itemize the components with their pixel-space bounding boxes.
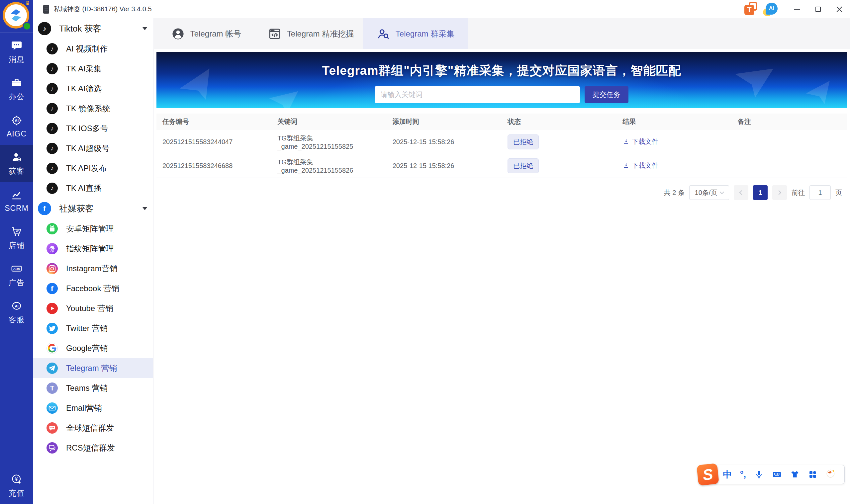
rail-label: 客服 [8, 315, 24, 325]
ai-assistant-tray-icon[interactable]: Ai [763, 3, 778, 16]
rail-item-office[interactable]: 办公 [0, 71, 33, 108]
sidebar-item-teams[interactable]: T Teams 营销 [33, 378, 153, 398]
ime-chinese-mode-icon[interactable]: 中 [723, 468, 732, 481]
sidebar-item-tk-live[interactable]: ♪ TK AI直播 [33, 178, 153, 198]
rail-item-acquisition[interactable]: 获客 [0, 145, 33, 182]
maximize-button[interactable] [808, 0, 829, 18]
line-chart-icon [11, 189, 22, 201]
close-icon [836, 6, 843, 12]
goto-label: 前往 [792, 188, 805, 197]
sidebar-item-tk-mirror[interactable]: ♪ TK 镜像系统 [33, 98, 153, 119]
current-page-button[interactable]: 1 [753, 185, 768, 200]
page-size-select[interactable]: 10条/页 [689, 185, 729, 200]
rail-item-shop[interactable]: 店铺 [0, 219, 33, 257]
download-icon [622, 138, 630, 145]
yuan-recharge-icon: ¥ [11, 473, 22, 485]
minimize-button[interactable] [786, 0, 808, 18]
tab-telegram-mining[interactable]: Telegram 精准挖掘 [259, 18, 363, 49]
rail-item-ads[interactable]: ADS 广告 [0, 257, 33, 294]
sidebar-item-google[interactable]: Google营销 [33, 338, 153, 358]
cell-keyword: TG群组采集_game_20251215155826 [271, 158, 386, 174]
telegram-icon [47, 363, 58, 374]
sidebar-group-social[interactable]: f 社媒获客 [33, 198, 153, 219]
goto-page-input[interactable] [810, 185, 831, 200]
svg-text:AI: AI [15, 304, 18, 308]
close-button[interactable] [829, 0, 850, 18]
rail-label: AIGC [7, 129, 26, 139]
sidebar-item-email[interactable]: Email营销 [33, 398, 153, 418]
app-logo[interactable]: ♛ [3, 2, 31, 30]
cell-task-id: 2025121515583244047 [157, 138, 271, 146]
table-row: 2025121515583246688 TG群组采集_game_20251215… [157, 154, 847, 178]
ads-icon: ADS [11, 263, 22, 274]
ime-punctuation-icon[interactable]: °, [740, 469, 746, 480]
tiktok-icon: ♪ [47, 63, 58, 74]
tab-telegram-group-collect[interactable]: Telegram 群采集 [363, 18, 468, 49]
sidebar-item-tk-api[interactable]: ♪ TK API发布 [33, 158, 153, 178]
task-table: 任务编号 关键词 添加时间 状态 结果 备注 20251215155832440… [157, 113, 847, 178]
cell-added-time: 2025-12-15 15:58:26 [387, 162, 501, 170]
tiktok-icon: ♪ [47, 123, 58, 134]
avatar-icon [171, 27, 185, 41]
app-window-icon [43, 5, 49, 14]
main-content: Telegram 帐号 Telegram 精准挖掘 Telegram 群采集 [154, 18, 850, 504]
person-globe-icon [11, 151, 22, 163]
google-icon [47, 343, 58, 354]
skin-shirt-icon[interactable] [790, 469, 800, 480]
sidebar-item-tk-super[interactable]: ♪ TK AI超级号 [33, 139, 153, 158]
submit-task-button[interactable]: 提交任务 [585, 86, 628, 103]
keyword-input[interactable] [375, 86, 580, 103]
tiktok-icon: ♪ [38, 22, 51, 35]
chat-icon [11, 39, 22, 52]
pagination: 共 2 条 10条/页 1 前往 页 [154, 185, 842, 200]
col-header-added-time: 添加时间 [387, 117, 501, 126]
rail-item-scrm[interactable]: SCRM [0, 182, 33, 219]
tiktok-icon: ♪ [47, 183, 58, 194]
sidebar-item-rcs-sms[interactable]: RCS短信群发 [33, 438, 153, 458]
rail-label: 店铺 [8, 240, 24, 251]
sidebar-item-tk-ios[interactable]: ♪ TK IOS多号 [33, 119, 153, 139]
download-file-link[interactable]: 下载文件 [622, 161, 658, 170]
sidebar: ♪ Tiktok 获客 ♪ AI 视频制作 ♪ TK AI采集 ♪ TK AI筛… [33, 18, 154, 504]
sidebar-item-twitter[interactable]: Twitter 营销 [33, 319, 153, 338]
sidebar-group-tiktok[interactable]: ♪ Tiktok 获客 [33, 18, 153, 39]
rail-label: SCRM [5, 204, 29, 213]
tab-telegram-account[interactable]: Telegram 帐号 [154, 18, 259, 49]
fingerprint-icon [47, 243, 58, 254]
sidebar-item-tk-filter[interactable]: ♪ TK AI筛选 [33, 79, 153, 98]
sidebar-item-android-matrix[interactable]: 安卓矩阵管理 [33, 219, 153, 239]
chevron-down-icon [142, 27, 147, 30]
sidebar-item-tk-collect[interactable]: ♪ TK AI采集 [33, 59, 153, 79]
sidebar-item-fingerprint-matrix[interactable]: 指纹矩阵管理 [33, 239, 153, 259]
emoji-assistant-icon[interactable] [826, 468, 838, 481]
rail-item-aigc[interactable]: AI AIGC [0, 108, 33, 145]
sidebar-item-instagram[interactable]: Instagram营销 [33, 259, 153, 278]
sidebar-item-global-sms[interactable]: 全球短信群发 [33, 418, 153, 438]
rail-label: 充值 [8, 488, 24, 498]
rail-item-messages[interactable]: 消息 [0, 34, 33, 71]
ime-toolbar: S 中 °, [697, 464, 845, 485]
col-header-status: 状态 [501, 117, 617, 126]
sidebar-item-facebook[interactable]: f Facebook 营销 [33, 278, 153, 299]
sidebar-item-ai-video[interactable]: ♪ AI 视频制作 [33, 39, 153, 59]
download-file-link[interactable]: 下载文件 [622, 137, 658, 146]
android-icon [47, 223, 58, 234]
rail-item-service[interactable]: AI 客服 [0, 294, 33, 331]
chevron-right-icon [777, 190, 781, 195]
microphone-icon[interactable] [754, 469, 764, 480]
tiktok-icon: ♪ [47, 83, 58, 94]
svg-text:AI: AI [15, 119, 19, 123]
sogou-logo-icon[interactable]: S [696, 463, 719, 486]
keyboard-icon[interactable] [772, 469, 782, 480]
sidebar-item-youtube[interactable]: Youtube 营销 [33, 299, 153, 319]
cell-task-id: 2025121515583246688 [157, 162, 271, 170]
translate-tray-icon[interactable]: T [744, 4, 756, 15]
prev-page-button[interactable] [734, 185, 748, 200]
status-badge: 已拒绝 [508, 134, 539, 149]
sidebar-item-telegram[interactable]: Telegram 营销 [33, 358, 153, 378]
cell-added-time: 2025-12-15 15:58:26 [387, 138, 501, 146]
next-page-button[interactable] [772, 185, 787, 200]
toolbox-grid-icon[interactable] [808, 469, 818, 480]
rail-item-recharge[interactable]: ¥ 充值 [0, 467, 33, 504]
twitter-icon [47, 323, 58, 334]
